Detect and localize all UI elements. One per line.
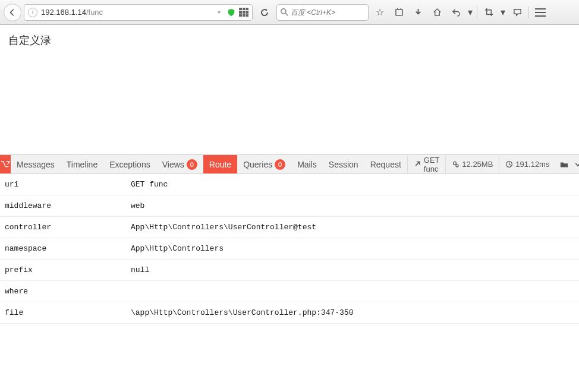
route-row: file\app\Http\Controllers\UserController… [0, 302, 579, 324]
page-text: 自定义渌 [8, 34, 51, 46]
route-value: GET func [126, 174, 579, 195]
chevron-down-icon[interactable] [574, 161, 579, 168]
search-box[interactable] [276, 4, 369, 21]
route-key: namespace [0, 238, 126, 259]
download-icon[interactable] [409, 4, 427, 21]
folder-icon[interactable] [560, 160, 568, 169]
tab-messages[interactable]: Messages [11, 155, 61, 173]
undo-icon[interactable] [447, 4, 465, 21]
route-value: App\Http\Controllers [126, 238, 579, 259]
gears-icon [452, 160, 460, 168]
route-key: controller [0, 217, 126, 238]
svg-rect-1 [395, 10, 402, 15]
debugbar-tabs: Messages Timeline Exceptions Views0 Rout… [0, 155, 579, 174]
undo-dropdown-icon[interactable]: ▾ [466, 4, 474, 21]
library-icon[interactable] [390, 4, 408, 21]
tab-mails[interactable]: Mails [291, 155, 323, 173]
stat-memory[interactable]: 12.25MB [445, 155, 499, 173]
clock-icon [505, 160, 513, 168]
stat-request[interactable]: GET func [407, 155, 446, 173]
menu-button[interactable] [531, 4, 549, 21]
url-path: /func [86, 8, 103, 17]
route-value: App\Http\Controllers\UserController@test [126, 217, 579, 238]
route-key: file [0, 302, 126, 323]
tab-session[interactable]: Session [323, 155, 364, 173]
route-value: null [126, 260, 579, 280]
tab-queries[interactable]: Queries0 [237, 155, 291, 173]
stat-request-text: GET func [424, 156, 440, 173]
laravel-icon[interactable] [0, 155, 11, 173]
back-button[interactable] [4, 4, 21, 21]
crop-dropdown-icon[interactable]: ▾ [499, 4, 507, 21]
search-input[interactable] [291, 8, 380, 17]
separator [477, 7, 477, 18]
views-badge: 0 [187, 159, 197, 170]
tab-exceptions[interactable]: Exceptions [103, 155, 156, 173]
reload-button[interactable] [255, 8, 274, 17]
route-row: where [0, 281, 579, 302]
tab-route[interactable]: Route [203, 155, 237, 173]
route-value [126, 281, 579, 302]
home-icon[interactable] [428, 4, 446, 21]
address-bar[interactable]: i 192.168.1.14/func ▾ [24, 4, 253, 21]
stat-memory-text: 12.25MB [462, 160, 493, 169]
svg-point-2 [454, 162, 457, 165]
search-icon [281, 8, 288, 16]
qr-icon[interactable] [239, 8, 248, 17]
svg-point-0 [281, 9, 286, 14]
tab-timeline[interactable]: Timeline [61, 155, 103, 173]
route-key: middleware [0, 195, 126, 216]
url-text: 192.168.1.14/func [41, 8, 210, 17]
bookmark-icon[interactable]: ☆ [371, 4, 389, 21]
route-row: prefixnull [0, 260, 579, 281]
route-row: controllerApp\Http\Controllers\UserContr… [0, 217, 579, 238]
debugbar-right: GET func 12.25MB 191.12ms [407, 155, 579, 173]
svg-point-3 [456, 165, 458, 167]
tab-views[interactable]: Views0 [156, 155, 203, 173]
route-value: \app\Http\Controllers\UserController.php… [126, 302, 579, 323]
stat-time[interactable]: 191.12ms [499, 155, 555, 173]
route-key: where [0, 281, 126, 302]
browser-toolbar: i 192.168.1.14/func ▾ ☆ ▾ [0, 0, 579, 25]
route-value: web [126, 195, 579, 216]
url-dropdown-icon[interactable]: ▾ [214, 9, 224, 15]
route-key: uri [0, 174, 126, 195]
info-icon[interactable]: i [28, 8, 37, 17]
route-row: namespaceApp\Http\Controllers [0, 238, 579, 260]
url-host: 192.168.1.14 [41, 8, 86, 17]
crop-icon[interactable] [480, 4, 498, 21]
debugbar-controls [555, 155, 579, 173]
shield-icon[interactable] [227, 8, 235, 17]
stat-time-text: 191.12ms [515, 160, 549, 169]
route-row: uriGET func [0, 174, 579, 195]
debugbar: Messages Timeline Exceptions Views0 Rout… [0, 154, 579, 392]
chat-icon[interactable] [508, 4, 526, 21]
route-row: middlewareweb [0, 195, 579, 217]
tab-request[interactable]: Request [364, 155, 407, 173]
toolbar-icons: ☆ ▾ ▾ [371, 4, 549, 21]
queries-badge: 0 [275, 159, 285, 170]
share-icon [414, 160, 421, 168]
separator [528, 7, 529, 18]
route-key: prefix [0, 260, 126, 280]
debugbar-body: uriGET funcmiddlewarewebcontrollerApp\Ht… [0, 174, 579, 392]
